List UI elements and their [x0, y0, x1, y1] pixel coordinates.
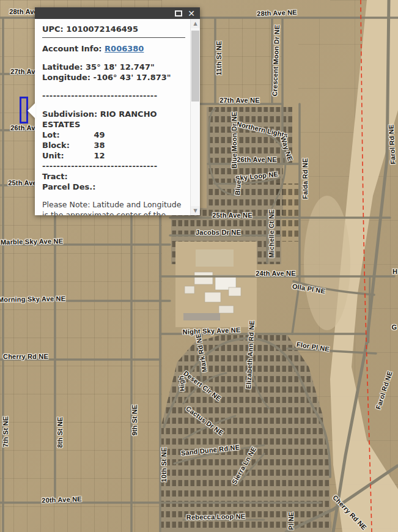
unit-value: 12 — [94, 151, 105, 160]
note-text: Please Note: Latitude and Longitude is t… — [42, 200, 188, 215]
account-info-link[interactable]: R006380 — [105, 44, 144, 53]
account-info-label: Account Info: — [42, 44, 102, 53]
block-value: 38 — [94, 141, 105, 150]
dashed-separator: -------------------------------- — [42, 161, 186, 171]
map-viewer: 28th Ave NE28th Ave NE27th Ave NE27th Av… — [0, 0, 398, 532]
popup-scrollbar[interactable]: ▲ ▼ — [190, 19, 200, 215]
scroll-up-button[interactable]: ▲ — [191, 19, 200, 28]
latitude-value: Latitude: 35° 18' 12.747" — [42, 62, 186, 72]
unit-row: Unit: 12 — [42, 150, 186, 161]
dashed-separator: -------------------------------- — [42, 91, 186, 101]
subdivision-label: Subdivision: — [42, 109, 97, 119]
parcel-des-label: Parcel Des.: — [42, 182, 186, 192]
scrollbar-thumb[interactable] — [191, 31, 199, 102]
account-info-row: Account Info: R006380 — [42, 43, 186, 54]
popup-body: UPC: 1010072146495 Account Info: R006380… — [35, 19, 190, 215]
upc-value: UPC: 1010072146495 — [42, 24, 186, 34]
popup-titlebar[interactable]: ✕ — [35, 7, 200, 19]
block-label: Block: — [42, 140, 91, 150]
maximize-icon[interactable] — [175, 10, 182, 17]
lot-label: Lot: — [42, 130, 91, 140]
lot-row: Lot: 49 — [42, 130, 186, 140]
block-row: Block: 38 — [42, 140, 186, 150]
longitude-value: Longitude: -106° 43' 17.873" — [42, 72, 186, 83]
selected-parcel-highlight[interactable] — [20, 97, 28, 124]
school-buildings — [175, 242, 257, 327]
subdivision-row: Subdivision: RIO RANCHO ESTATES — [42, 109, 186, 130]
tract-label: Tract: — [42, 171, 186, 182]
parcel-info-popup: ✕ UPC: 1010072146495 Account Info: R0063… — [35, 7, 200, 215]
unit-label: Unit: — [42, 150, 91, 161]
close-icon[interactable]: ✕ — [188, 9, 195, 18]
lot-value: 49 — [94, 130, 105, 139]
scroll-down-button[interactable]: ▼ — [191, 206, 200, 215]
